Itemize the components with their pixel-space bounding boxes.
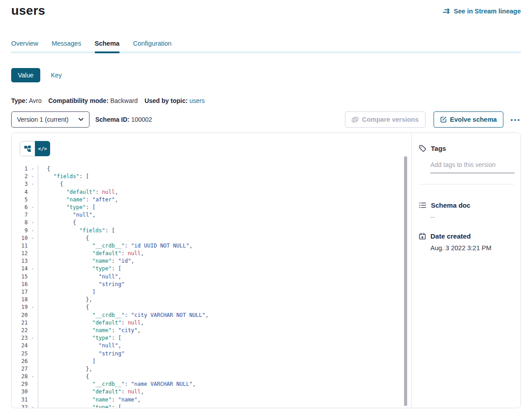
code-text: "null", — [38, 273, 411, 281]
line-number: 21 — [12, 319, 28, 327]
schema-meta-row: Type: Avro Compatibility mode: Backward … — [11, 97, 521, 104]
more-actions-button[interactable]: ••• — [511, 115, 521, 125]
code-line: 31 "name": "name", — [12, 396, 411, 404]
fold-toggle-icon[interactable]: ▾ — [28, 235, 38, 242]
schema-controls-row: Version 1 (current) Schema ID: 100002 — [11, 111, 521, 128]
see-in-stream-lineage-link[interactable]: See in Stream lineage — [443, 8, 521, 15]
tab-configuration[interactable]: Configuration — [133, 40, 171, 53]
type-value: Avro — [29, 97, 42, 104]
code-text: "name": "city", — [38, 327, 411, 334]
fold-toggle-icon[interactable]: ▾ — [28, 204, 38, 211]
code-line: 22 "name": "city", — [12, 327, 411, 334]
code-text: "string" — [38, 281, 411, 288]
line-number: 1 — [12, 165, 28, 173]
fold-toggle-icon[interactable]: ▾ — [28, 303, 38, 311]
chevron-down-icon — [78, 118, 84, 121]
editor-scrollbar-thumb[interactable] — [404, 156, 407, 406]
code-line: 32▾ "type": [ — [12, 404, 411, 408]
fold-toggle-icon[interactable]: ▾ — [28, 180, 38, 188]
tags-section-header: Tags — [419, 145, 514, 152]
code-text: "type": [ — [38, 404, 411, 408]
code-line: 6▾ "type": [ — [12, 204, 411, 211]
fold-spacer — [28, 319, 38, 327]
schema-page: users See in Stream lineage Overview Mes… — [0, 0, 532, 410]
code-text: { — [38, 235, 411, 242]
tag-icon — [419, 145, 426, 152]
line-number: 20 — [12, 312, 28, 319]
line-number: 28 — [12, 373, 28, 380]
fold-spacer — [28, 257, 38, 265]
date-created-section-header: Date created — [419, 232, 514, 240]
code-text: "name": "after", — [38, 196, 411, 204]
line-number: 29 — [12, 380, 28, 388]
code-text: "null", — [38, 342, 411, 350]
compare-versions-button[interactable]: Compare versions — [345, 111, 426, 128]
code-text: "fields": [ — [38, 227, 411, 235]
fold-toggle-icon[interactable]: ▾ — [28, 219, 38, 226]
code-text: { — [38, 303, 411, 311]
schema-code-pane: </> 1▾{2▾ "fields": [3▾ {4 "default": nu… — [12, 133, 411, 408]
schema-id-label: Schema ID: — [95, 116, 129, 123]
fold-spacer — [28, 211, 38, 219]
fold-spacer — [28, 396, 38, 404]
fold-toggle-icon[interactable]: ▾ — [28, 227, 38, 235]
line-number: 15 — [12, 273, 28, 281]
line-number: 24 — [12, 342, 28, 350]
fold-spacer — [28, 312, 38, 319]
code-view-button[interactable]: </> — [35, 141, 50, 156]
line-number: 4 — [12, 188, 28, 196]
line-number: 2 — [12, 173, 28, 180]
used-by-topic-link[interactable]: users — [189, 97, 204, 104]
line-number: 23 — [12, 334, 28, 342]
schema-doc-section-header: Schema doc — [419, 201, 514, 209]
code-line: 28▾ { — [12, 373, 411, 380]
fold-toggle-icon[interactable]: ▾ — [28, 373, 38, 380]
fold-toggle-icon[interactable]: ▾ — [28, 165, 38, 173]
tab-messages[interactable]: Messages — [51, 40, 81, 53]
code-editor[interactable]: 1▾{2▾ "fields": [3▾ {4 "default": null,5… — [12, 165, 411, 408]
fold-toggle-icon[interactable]: ▾ — [28, 334, 38, 342]
line-number: 17 — [12, 288, 28, 296]
code-text: "type": [ — [38, 334, 411, 342]
fold-spacer — [28, 342, 38, 350]
used-by-topic-label: Used by topic: — [145, 97, 187, 104]
key-toggle-button[interactable]: Key — [51, 72, 62, 79]
code-text: "default": null, — [38, 388, 411, 396]
code-line: 26 ] — [12, 358, 411, 365]
fold-spacer — [28, 250, 38, 257]
fold-spacer — [28, 350, 38, 358]
fold-spacer — [28, 196, 38, 204]
schema-detail-panel: </> 1▾{2▾ "fields": [3▾ {4 "default": nu… — [11, 132, 521, 408]
tab-bar: Overview Messages Schema Configuration — [11, 40, 521, 53]
schema-doc-value: -- — [430, 214, 514, 221]
line-number: 6 — [12, 204, 28, 211]
fold-toggle-icon[interactable]: ▾ — [28, 404, 38, 408]
line-number: 32 — [12, 404, 28, 408]
schema-actions: Compare versions Evolve schema ••• — [345, 111, 521, 128]
tree-view-button[interactable] — [20, 141, 35, 156]
value-toggle-button[interactable]: Value — [11, 68, 40, 82]
line-number: 25 — [12, 350, 28, 358]
add-tags-input[interactable] — [430, 161, 515, 173]
code-text: "null", — [38, 211, 411, 219]
line-number: 10 — [12, 235, 28, 242]
line-number: 5 — [12, 196, 28, 204]
date-created-value: Aug. 3 2022 3:21 PM — [430, 244, 514, 252]
fold-spacer — [28, 388, 38, 396]
tab-schema[interactable]: Schema — [95, 40, 120, 53]
tab-overview[interactable]: Overview — [11, 40, 38, 53]
fold-toggle-icon[interactable]: ▾ — [28, 173, 38, 180]
version-select[interactable]: Version 1 (current) — [11, 111, 89, 128]
line-number: 3 — [12, 180, 28, 188]
line-number: 27 — [12, 365, 28, 373]
fold-toggle-icon[interactable]: ▾ — [28, 265, 38, 273]
line-number: 19 — [12, 303, 28, 311]
evolve-schema-button[interactable]: Evolve schema — [434, 111, 504, 128]
code-text: }, — [38, 365, 411, 373]
code-text: "default": null, — [38, 188, 411, 196]
date-created-title: Date created — [430, 232, 471, 240]
line-number: 12 — [12, 250, 28, 257]
code-line: 8▾ { — [12, 219, 411, 226]
fold-spacer — [28, 296, 38, 303]
code-text: }, — [38, 296, 411, 303]
